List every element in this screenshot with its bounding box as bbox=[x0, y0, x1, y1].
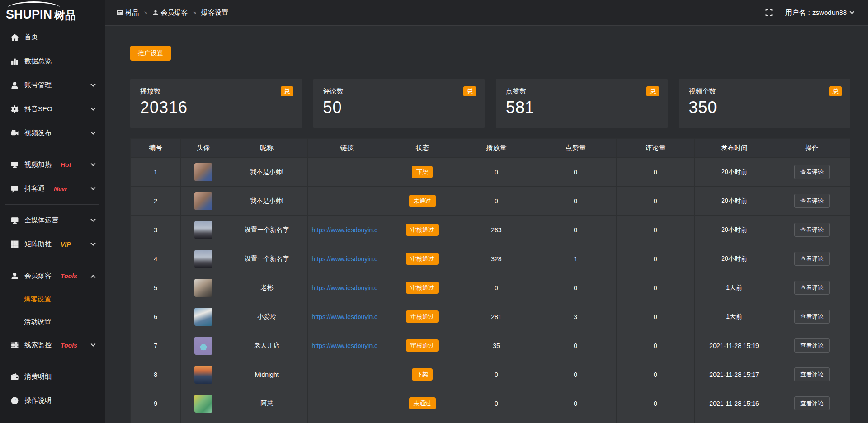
sidebar-item-account-management[interactable]: 账号管理 bbox=[0, 73, 105, 97]
column-header: 编号 bbox=[131, 139, 181, 158]
table-row bbox=[131, 418, 850, 423]
avatar bbox=[194, 279, 212, 297]
cell-action: 查看评论 bbox=[774, 187, 850, 216]
stat-card-videos: 视频个数 350 总 bbox=[679, 79, 851, 128]
sidebar-item-label: 数据总览 bbox=[24, 57, 52, 66]
sidebar-item-media-operation[interactable]: 全媒体运营 bbox=[0, 208, 105, 232]
menu-divider bbox=[5, 149, 99, 149]
table-row: 3 设置一个新名字 https://www.iesdouyin.c 审核通过 2… bbox=[131, 216, 850, 244]
cell-comments: 0 bbox=[616, 216, 695, 244]
cell-publish-time: 2021-11-28 15:17 bbox=[695, 360, 774, 389]
cell-action bbox=[774, 418, 850, 423]
sidebar-subitem-label: 活动设置 bbox=[24, 318, 51, 326]
view-comments-button[interactable]: 查看评论 bbox=[794, 194, 830, 208]
sidebar-item-label: 账号管理 bbox=[24, 81, 52, 89]
cell-nickname bbox=[226, 418, 307, 423]
video-link[interactable]: https://www.iesdouyin.c bbox=[312, 342, 378, 349]
sidebar-item-consumption-detail[interactable]: 消费明细 bbox=[0, 365, 105, 389]
cell-nickname: 我不是小帅! bbox=[226, 187, 307, 216]
cell-link: https://www.iesdouyin.c bbox=[307, 216, 387, 244]
username-dropdown[interactable]: 用户名：zswodun88 bbox=[785, 9, 854, 17]
cell-number: 5 bbox=[131, 273, 181, 302]
sidebar-item-label: 抖客通 bbox=[24, 184, 45, 193]
sidebar-item-video-publish[interactable]: 视频发布 bbox=[0, 121, 105, 145]
breadcrumb: 树品 > 会员爆客 > 爆客设置 bbox=[117, 9, 228, 17]
username-label: 用户名：zswodun88 bbox=[785, 9, 847, 17]
cell-status: 下架 bbox=[387, 360, 458, 389]
sidebar-item-doukertong[interactable]: 抖客通 New bbox=[0, 177, 105, 201]
tools-tag: Tools bbox=[61, 273, 77, 280]
sidebar-subitem-activity-settings[interactable]: 活动设置 bbox=[0, 310, 105, 333]
chevron-down-icon bbox=[90, 161, 95, 166]
cell-avatar bbox=[181, 302, 226, 331]
cell-number bbox=[131, 418, 181, 423]
cell-number: 6 bbox=[131, 302, 181, 331]
view-comments-button[interactable]: 查看评论 bbox=[794, 367, 830, 381]
chevron-down-icon bbox=[90, 185, 95, 190]
video-link[interactable]: https://www.iesdouyin.c bbox=[312, 226, 378, 234]
cell-number: 8 bbox=[131, 360, 181, 389]
sidebar-item-video-heating[interactable]: 视频加热 Hot bbox=[0, 153, 105, 177]
cell-plays: 0 bbox=[458, 273, 535, 302]
view-comments-button[interactable]: 查看评论 bbox=[794, 310, 830, 324]
sidebar-item-home[interactable]: 首页 bbox=[0, 25, 105, 49]
tools-tag: Tools bbox=[61, 342, 77, 349]
menu-divider bbox=[5, 204, 99, 205]
video-link[interactable]: https://www.iesdouyin.c bbox=[312, 313, 378, 320]
view-comments-button[interactable]: 查看评论 bbox=[794, 252, 830, 266]
video-camera-icon bbox=[11, 129, 19, 137]
view-comments-button[interactable]: 查看评论 bbox=[794, 223, 830, 237]
stat-label: 评论数 bbox=[323, 87, 475, 96]
breadcrumb-item-member-baoke[interactable]: 会员爆客 bbox=[152, 9, 188, 17]
breadcrumb-item-baoke-settings[interactable]: 爆客设置 bbox=[201, 9, 228, 17]
question-circle-icon: ? bbox=[11, 397, 19, 404]
promo-settings-button[interactable]: 推广设置 bbox=[130, 46, 171, 61]
chevron-down-icon bbox=[850, 9, 854, 14]
sidebar-item-data-overview[interactable]: 数据总览 bbox=[0, 49, 105, 73]
cell-likes: 0 bbox=[535, 331, 616, 360]
video-link[interactable]: https://www.iesdouyin.c bbox=[312, 284, 378, 291]
sidebar-item-douyin-seo[interactable]: 抖音SEO bbox=[0, 97, 105, 121]
status-badge: 未通过 bbox=[409, 397, 436, 409]
cell-comments bbox=[616, 418, 695, 423]
sidebar-item-member-baoke[interactable]: 会员爆客 Tools bbox=[0, 264, 105, 288]
chevron-down-icon bbox=[90, 240, 95, 245]
sidebar-item-clue-monitor[interactable]: 线索监控 Tools bbox=[0, 333, 105, 357]
total-badge: 总 bbox=[646, 86, 659, 96]
cell-plays: 263 bbox=[458, 216, 535, 244]
status-badge: 审核通过 bbox=[406, 224, 439, 236]
chevron-down-icon bbox=[90, 105, 95, 110]
cell-likes: 1 bbox=[535, 244, 616, 273]
cell-action: 查看评论 bbox=[774, 158, 850, 187]
avatar bbox=[194, 221, 212, 239]
avatar bbox=[194, 250, 212, 268]
comment-icon bbox=[11, 185, 19, 193]
status-badge: 审核通过 bbox=[406, 310, 439, 323]
breadcrumb-label: 会员爆客 bbox=[161, 9, 188, 17]
sidebar-item-operation-guide[interactable]: ? 操作说明 bbox=[0, 389, 105, 413]
cell-link: https://www.iesdouyin.c bbox=[307, 273, 387, 302]
fullscreen-icon[interactable] bbox=[765, 9, 773, 16]
video-link[interactable]: https://www.iesdouyin.c bbox=[312, 255, 378, 263]
view-comments-button[interactable]: 查看评论 bbox=[794, 396, 830, 410]
cell-number: 1 bbox=[131, 158, 181, 187]
sidebar-item-matrix-boost[interactable]: 矩阵助推 VIP bbox=[0, 232, 105, 256]
view-comments-button[interactable]: 查看评论 bbox=[794, 165, 830, 179]
view-comments-button[interactable]: 查看评论 bbox=[794, 281, 830, 295]
cell-status: 审核通过 bbox=[387, 302, 458, 331]
status-badge: 审核通过 bbox=[406, 282, 439, 294]
breadcrumb-item-shupin[interactable]: 树品 bbox=[117, 9, 139, 17]
cell-avatar bbox=[181, 389, 226, 418]
sidebar-subitem-baoke-settings[interactable]: 爆客设置 bbox=[0, 288, 105, 310]
sidebar-item-label: 消费明细 bbox=[24, 372, 52, 381]
cell-link bbox=[307, 187, 387, 216]
cell-plays bbox=[458, 418, 535, 423]
main-area: 树品 > 会员爆客 > 爆客设置 用户名：zswodun88 推广设置 播放数 bbox=[105, 0, 868, 423]
column-header: 头像 bbox=[181, 139, 226, 158]
sidebar-menu: 首页 数据总览 账号管理 抖音SEO 视频发布 视频加热 Hot bbox=[0, 22, 105, 413]
view-comments-button[interactable]: 查看评论 bbox=[794, 338, 830, 352]
cell-publish-time: 20小时前 bbox=[695, 244, 774, 273]
cell-comments: 0 bbox=[616, 389, 695, 418]
table-row: 6 小爱玲 https://www.iesdouyin.c 审核通过 281 3… bbox=[131, 302, 850, 331]
cell-status: 未通过 bbox=[387, 187, 458, 216]
